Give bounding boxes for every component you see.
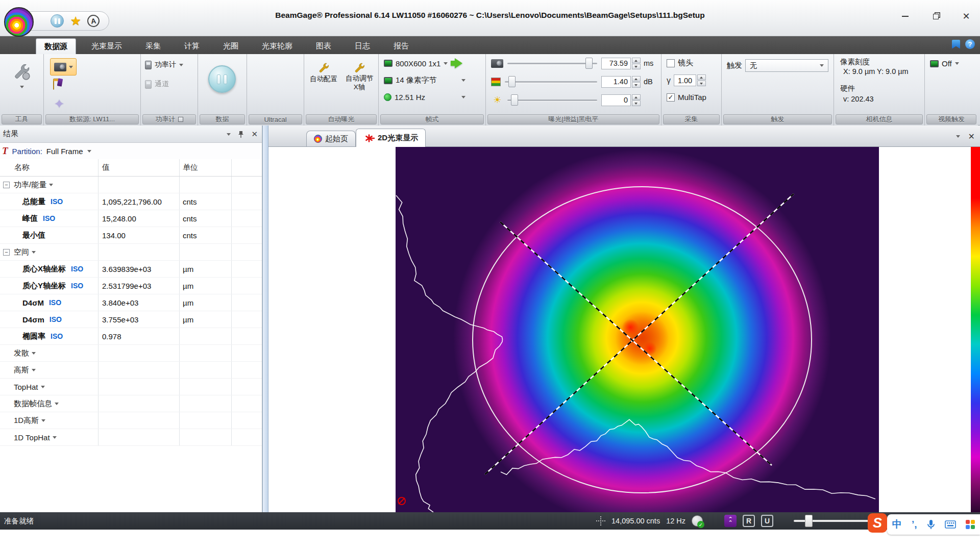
camera-icon <box>54 63 66 71</box>
restore-button[interactable] <box>927 9 944 23</box>
auto-adjust-x-button[interactable]: 自动调节 X轴 <box>343 61 376 92</box>
channel-button[interactable]: 通道 <box>145 80 169 89</box>
pause-acquisition-button[interactable] <box>208 65 236 93</box>
table-row-minimum[interactable]: 最小值 134.00cnts <box>0 227 262 244</box>
pixel-scale-value: X: 9.0 µm Y: 9.0 µm <box>843 67 909 76</box>
multitap-checkbox[interactable]: ✓ <box>667 93 675 102</box>
sparkle-icon: ✦ <box>54 97 64 111</box>
group-label-capture: 采集 <box>663 114 720 124</box>
group-label-powermeter: 功率计 <box>142 114 196 124</box>
group-label-ultracal: Ultracal <box>249 114 302 124</box>
black-level-slider[interactable] <box>506 94 598 106</box>
tab-close-icon[interactable]: ✕ <box>968 132 975 141</box>
lens-checkbox[interactable] <box>667 59 675 67</box>
power-meter-button[interactable]: 功率计 <box>145 60 183 69</box>
table-row-centroid-y[interactable]: 质心Y轴坐标ISO 2.531799e+03µm <box>0 278 262 294</box>
tab-charts[interactable]: 图表 <box>308 38 339 54</box>
table-row-ellipticity[interactable]: 椭圆率ISO 0.978 <box>0 328 262 345</box>
keyboard-icon[interactable] <box>945 520 956 529</box>
ribbon-group-autoexposure: 自动配置 自动调节 X轴 自动曝光 <box>304 54 379 126</box>
pin-icon[interactable] <box>238 131 244 138</box>
help-icon[interactable]: ? <box>965 39 975 49</box>
tab-beam-display[interactable]: 光束显示 <box>83 38 130 54</box>
tab-beam-profile[interactable]: 光束轮廓 <box>254 38 301 54</box>
color-scale-bar[interactable] <box>971 147 980 512</box>
results-toggle-button[interactable]: R <box>743 515 755 527</box>
partition-caret[interactable] <box>87 150 91 153</box>
table-row-peak[interactable]: 峰值ISO 15,248.00cnts <box>0 210 262 227</box>
black-level-spinner[interactable]: 0 <box>601 94 641 106</box>
group-row-1dtophat[interactable]: 1D TopHat <box>0 429 262 446</box>
status-bar: 准备就绪 14,095.00 cnts 12 Hz ⌃⌃ R U <box>0 512 980 530</box>
table-row-d4sigma-minor[interactable]: D4σmISO 3.755e+03µm <box>0 311 262 328</box>
minor-axis-line <box>500 222 772 465</box>
minimize-button[interactable] <box>896 9 914 23</box>
group-row-power[interactable]: − 功率/能量 <box>0 177 262 193</box>
monitor-icon <box>384 77 393 84</box>
ime-toolbox-icon[interactable] <box>966 520 975 529</box>
flag-icon[interactable] <box>952 40 960 49</box>
apply-arrow-icon[interactable] <box>455 58 462 68</box>
ime-punctuation-button[interactable]: ’, <box>912 519 917 530</box>
sogou-input-icon[interactable]: S <box>868 513 887 533</box>
priority-chevron-icon[interactable]: ⌃⌃ <box>724 515 737 527</box>
microphone-icon[interactable] <box>927 519 935 530</box>
table-row-centroid-x[interactable]: 质心X轴坐标ISO 3.639839e+03µm <box>0 261 262 278</box>
pixel-format-dropdown[interactable]: 14 像素字节 <box>384 76 465 85</box>
exposure-spinner[interactable]: 73.59 <box>601 58 641 69</box>
collapse-icon[interactable]: − <box>3 249 10 256</box>
ultracal-toggle-button[interactable]: U <box>761 515 773 527</box>
group-row-gauss[interactable]: 高斯 <box>0 362 262 379</box>
group-row-divergence[interactable]: 发散 <box>0 345 262 362</box>
black-level-icon: ☀ <box>491 94 503 106</box>
tab-list-caret[interactable] <box>956 135 960 138</box>
exposure-camera-icon <box>491 59 503 68</box>
auto-setup-button[interactable]: 自动配置 <box>307 61 340 84</box>
gain-slider[interactable] <box>504 76 598 88</box>
desktop-strip <box>0 530 980 551</box>
tab-capture[interactable]: 采集 <box>137 38 169 54</box>
tab-home[interactable]: 起始页 <box>306 131 356 146</box>
gamma-spinner[interactable]: 1.00 <box>674 74 706 86</box>
tab-compute[interactable]: 计算 <box>176 38 208 54</box>
zoom-slider[interactable] <box>794 515 870 527</box>
aperture-circle[interactable] <box>473 187 812 493</box>
multitap-row[interactable]: ✓MultiTap <box>667 93 706 102</box>
lens-checkbox-row[interactable]: 镜头 <box>667 58 693 68</box>
ime-language-button[interactable]: 中 <box>892 518 902 531</box>
app-logo-icon[interactable] <box>4 7 34 37</box>
collapse-icon[interactable]: − <box>3 182 10 188</box>
panel-dropdown-caret[interactable] <box>227 133 231 136</box>
tab-report[interactable]: 报告 <box>385 38 417 54</box>
tab-log[interactable]: 日志 <box>347 38 378 54</box>
sparkle-button[interactable]: ✦ <box>54 98 64 110</box>
group-row-1dgauss[interactable]: 1D高斯 <box>0 412 262 429</box>
exposure-slider[interactable] <box>506 57 598 69</box>
dialog-launcher-icon[interactable] <box>178 117 183 122</box>
beam-canvas <box>268 147 980 512</box>
gain-spinner[interactable]: 1.40 <box>601 76 641 88</box>
panel-splitter[interactable] <box>262 126 268 512</box>
group-row-spatial[interactable]: − 空间 <box>0 244 262 261</box>
trigger-dropdown[interactable]: 无 <box>745 59 828 72</box>
wrench-gear-icon <box>11 61 32 82</box>
tab-2d-beam-display[interactable]: 2D光束显示 <box>356 129 426 147</box>
video-trigger-dropdown[interactable]: Off <box>930 59 959 68</box>
group-row-tophat[interactable]: TopHat <box>0 379 262 395</box>
tools-dropdown-caret[interactable] <box>20 86 24 88</box>
frame-rate-dropdown[interactable]: 12.51 Hz <box>384 93 465 102</box>
camera-source-button[interactable] <box>50 58 77 76</box>
panel-close-icon[interactable]: ✕ <box>251 130 258 139</box>
close-button[interactable]: ✕ <box>958 9 975 23</box>
timer-check-icon[interactable] <box>692 515 703 527</box>
tab-aperture[interactable]: 光圈 <box>215 38 247 54</box>
resolution-dropdown[interactable]: 800X600 1x1 <box>384 58 462 68</box>
tools-button[interactable] <box>11 61 32 82</box>
group-row-frameinfo[interactable]: 数据帧信息 <box>0 395 262 412</box>
open-file-button[interactable] <box>53 81 54 90</box>
partition-value[interactable]: Full Frame <box>46 147 83 156</box>
tab-data-source[interactable]: 数据源 <box>36 38 76 54</box>
table-row-total-energy[interactable]: 总能量ISO 1,095,221,796.00cnts <box>0 193 262 210</box>
cursor-crosshair-icon <box>596 516 605 525</box>
table-row-d4sigma-major[interactable]: D4σMISO 3.840e+03µm <box>0 294 262 311</box>
